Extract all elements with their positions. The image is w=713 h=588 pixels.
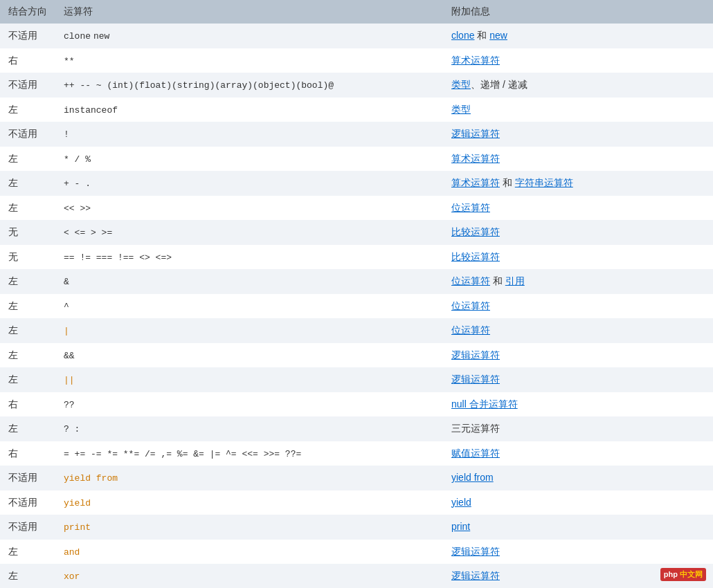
cell-direction: 无 — [0, 245, 55, 270]
cell-direction: 左 — [0, 269, 55, 294]
cell-direction: 左 — [0, 540, 55, 564]
cell-direction: 左 — [0, 367, 55, 392]
cell-operator: yield from — [55, 466, 443, 490]
operator-table: 结合方向 运算符 附加信息 不适用clone newclone 和 new右**… — [0, 0, 713, 588]
table-row: 左|位运算符 — [0, 318, 713, 343]
cell-direction: 左 — [0, 343, 55, 368]
cell-operator: && — [55, 343, 443, 368]
cell-operator: == != === !== <> <=> — [55, 245, 443, 270]
table-row: 不适用yield fromyield from — [0, 466, 713, 490]
table-row: 左* / %算术运算符 — [0, 147, 713, 172]
cell-operator: << >> — [55, 196, 443, 221]
cell-operator: = += -= *= **= /= ,= %= &= |= ^= <<= >>=… — [55, 441, 443, 466]
cell-direction: 左 — [0, 196, 55, 221]
cell-operator: clone new — [55, 24, 443, 48]
cell-direction: 左 — [0, 416, 55, 441]
cell-operator: ? : — [55, 416, 443, 441]
cell-direction: 不适用 — [0, 73, 55, 98]
cell-info: 逻辑运算符 — [443, 367, 713, 392]
table-row: 左&&逻辑运算符 — [0, 343, 713, 368]
table-row: 左xor逻辑运算符 — [0, 564, 713, 588]
cell-info: 比较运算符 — [443, 220, 713, 245]
cell-info: 逻辑运算符 — [443, 122, 713, 147]
table-row: 右= += -= *= **= /= ,= %= &= |= ^= <<= >>… — [0, 441, 713, 466]
cell-direction: 右 — [0, 48, 55, 73]
header-operator: 运算符 — [55, 0, 443, 24]
table-row: 右**算术运算符 — [0, 48, 713, 73]
cell-info: 类型、递增 / 递减 — [443, 73, 713, 98]
table-row: 不适用clone newclone 和 new — [0, 24, 713, 48]
cell-operator: + - . — [55, 171, 443, 196]
cell-direction: 无 — [0, 220, 55, 245]
table-row: 不适用yieldyield — [0, 490, 713, 515]
cell-info: yield from — [443, 466, 713, 490]
table-row: 无< <= > >=比较运算符 — [0, 220, 713, 245]
table-row: 左+ - .算术运算符 和 字符串运算符 — [0, 171, 713, 196]
cn-text: 中文网 — [680, 570, 703, 578]
cell-operator: * / % — [55, 147, 443, 172]
cell-info: 位运算符 — [443, 294, 713, 319]
cell-info: null 合并运算符 — [443, 392, 713, 417]
cell-direction: 左 — [0, 564, 55, 588]
cell-info: 赋值运算符 — [443, 441, 713, 466]
table-row: 左instanceof类型 — [0, 98, 713, 122]
header-info: 附加信息 — [443, 0, 713, 24]
table-row: 不适用++ -- ~ (int)(float)(string)(array)(o… — [0, 73, 713, 98]
php-text: php — [664, 570, 678, 578]
cell-info: 算术运算符 和 字符串运算符 — [443, 171, 713, 196]
cell-info: yield — [443, 490, 713, 515]
table-row: 左<< >>位运算符 — [0, 196, 713, 221]
cell-info: 逻辑运算符 — [443, 540, 713, 564]
cell-operator: || — [55, 367, 443, 392]
cell-direction: 右 — [0, 392, 55, 417]
cell-operator: print — [55, 515, 443, 540]
cell-info: 位运算符 和 引用 — [443, 269, 713, 294]
cell-operator: ! — [55, 122, 443, 147]
cell-operator: | — [55, 318, 443, 343]
cell-info: 逻辑运算符 — [443, 343, 713, 368]
cell-direction: 不适用 — [0, 490, 55, 515]
cell-info: 类型 — [443, 98, 713, 122]
cell-direction: 左 — [0, 171, 55, 196]
cell-operator: < <= > >= — [55, 220, 443, 245]
table-header: 结合方向 运算符 附加信息 — [0, 0, 713, 24]
cell-operator: yield — [55, 490, 443, 515]
cell-direction: 左 — [0, 147, 55, 172]
cell-direction: 左 — [0, 294, 55, 319]
cell-operator: ++ -- ~ (int)(float)(string)(array)(obje… — [55, 73, 443, 98]
cell-direction: 左 — [0, 98, 55, 122]
cell-info: 算术运算符 — [443, 48, 713, 73]
cell-direction: 不适用 — [0, 515, 55, 540]
cell-direction: 不适用 — [0, 24, 55, 48]
table-row: 左&位运算符 和 引用 — [0, 269, 713, 294]
table-row: 不适用!逻辑运算符 — [0, 122, 713, 147]
cell-info: 比较运算符 — [443, 245, 713, 270]
cell-info: 算术运算符 — [443, 147, 713, 172]
cell-info: 位运算符 — [443, 196, 713, 221]
table-row: 左and逻辑运算符 — [0, 540, 713, 564]
cell-operator: & — [55, 269, 443, 294]
cell-operator: and — [55, 540, 443, 564]
php-badge-container: php 中文网 — [660, 568, 706, 581]
cell-direction: 不适用 — [0, 122, 55, 147]
cell-operator: xor — [55, 564, 443, 588]
cell-info: 位运算符 — [443, 318, 713, 343]
table-row: 左? :三元运算符 — [0, 416, 713, 441]
cell-operator: ^ — [55, 294, 443, 319]
php-badge: php 中文网 — [660, 568, 706, 581]
cell-operator: ** — [55, 48, 443, 73]
cell-direction: 左 — [0, 318, 55, 343]
header-direction: 结合方向 — [0, 0, 55, 24]
cell-info: 三元运算符 — [443, 416, 713, 441]
cell-direction: 不适用 — [0, 466, 55, 490]
table-row: 无== != === !== <> <=>比较运算符 — [0, 245, 713, 270]
cell-operator: instanceof — [55, 98, 443, 122]
cell-info: print — [443, 515, 713, 540]
table-row: 左||逻辑运算符 — [0, 367, 713, 392]
cell-direction: 右 — [0, 441, 55, 466]
table-row: 左^位运算符 — [0, 294, 713, 319]
cell-operator: ?? — [55, 392, 443, 417]
table-row: 右??null 合并运算符 — [0, 392, 713, 417]
table-row: 不适用printprint — [0, 515, 713, 540]
cell-info: clone 和 new — [443, 24, 713, 48]
